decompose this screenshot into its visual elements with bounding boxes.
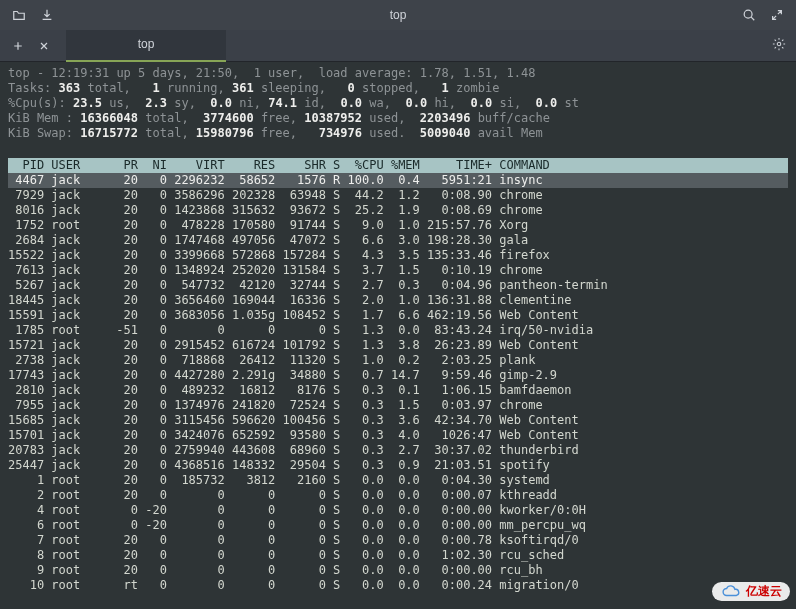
- process-row: 10 root rt 0 0 0 0 S 0.0 0.0 0:00.24 mig…: [8, 578, 788, 593]
- process-row: 6 root 0 -20 0 0 0 S 0.0 0.0 0:00.00 mm_…: [8, 518, 788, 533]
- process-row: 25447 jack 20 0 4368516 148332 29504 S 0…: [8, 458, 788, 473]
- tab-label: top: [138, 37, 155, 52]
- cpu-line: %Cpu(s): 23.5 us, 2.3 sy, 0.0 ni, 74.1 i…: [8, 96, 788, 111]
- close-tab-button[interactable]: [32, 34, 56, 58]
- process-row: 5267 jack 20 0 547732 42120 32744 S 2.7 …: [8, 278, 788, 293]
- summary-block: top - 12:19:31 up 5 days, 21:50, 1 user,…: [8, 66, 788, 141]
- new-tab-button[interactable]: [6, 34, 30, 58]
- process-row: 1785 root -51 0 0 0 0 S 1.3 0.0 83:43.24…: [8, 323, 788, 338]
- process-row: 4 root 0 -20 0 0 0 S 0.0 0.0 0:00.00 kwo…: [8, 503, 788, 518]
- column-header: PID USER PR NI VIRT RES SHR S %CPU %MEM …: [8, 158, 788, 173]
- process-row: 2684 jack 20 0 1747468 497056 47072 S 6.…: [8, 233, 788, 248]
- process-row: 2810 jack 20 0 489232 16812 8176 S 0.3 0…: [8, 383, 788, 398]
- process-row: 2738 jack 20 0 718868 26412 11320 S 1.0 …: [8, 353, 788, 368]
- process-row: 7929 jack 20 0 3586296 202328 63948 S 44…: [8, 188, 788, 203]
- process-row: 18445 jack 20 0 3656460 169044 16336 S 2…: [8, 293, 788, 308]
- search-icon[interactable]: [742, 8, 756, 22]
- download-icon[interactable]: [40, 8, 54, 22]
- svg-point-1: [777, 42, 781, 46]
- fullscreen-icon[interactable]: [770, 8, 784, 22]
- process-row: 7 root 20 0 0 0 0 S 0.0 0.0 0:00.78 ksof…: [8, 533, 788, 548]
- process-row: 7955 jack 20 0 1374976 241820 72524 S 0.…: [8, 398, 788, 413]
- process-row: 15685 jack 20 0 3115456 596620 100456 S …: [8, 413, 788, 428]
- tasks-line: Tasks: 363 total, 1 running, 361 sleepin…: [8, 81, 788, 96]
- swap-line: KiB Swap: 16715772 total, 15980796 free,…: [8, 126, 788, 141]
- process-list: 4467 jack 20 0 2296232 58652 1576 R 100.…: [8, 173, 788, 593]
- process-row: 7613 jack 20 0 1348924 252020 131584 S 3…: [8, 263, 788, 278]
- process-row: 15721 jack 20 0 2915452 616724 101792 S …: [8, 338, 788, 353]
- tab-top[interactable]: top: [66, 30, 226, 62]
- process-row: 9 root 20 0 0 0 0 S 0.0 0.0 0:00.00 rcu_…: [8, 563, 788, 578]
- process-row: 15701 jack 20 0 3424076 652592 93580 S 0…: [8, 428, 788, 443]
- process-row: 15591 jack 20 0 3683056 1.035g 108452 S …: [8, 308, 788, 323]
- watermark: 亿速云: [712, 582, 790, 601]
- terminal-output[interactable]: top - 12:19:31 up 5 days, 21:50, 1 user,…: [0, 62, 796, 601]
- process-row: 1752 root 20 0 478228 170580 91744 S 9.0…: [8, 218, 788, 233]
- window-title: top: [390, 8, 407, 23]
- process-row: 8 root 20 0 0 0 0 S 0.0 0.0 1:02.30 rcu_…: [8, 548, 788, 563]
- process-row: 4467 jack 20 0 2296232 58652 1576 R 100.…: [8, 173, 788, 188]
- process-row: 20783 jack 20 0 2759940 443608 68960 S 0…: [8, 443, 788, 458]
- process-row: 2 root 20 0 0 0 0 S 0.0 0.0 0:00.07 kthr…: [8, 488, 788, 503]
- process-row: 15522 jack 20 0 3399668 572868 157284 S …: [8, 248, 788, 263]
- window-titlebar: top: [0, 0, 796, 30]
- uptime-line: top - 12:19:31 up 5 days, 21:50, 1 user,…: [8, 66, 788, 81]
- settings-icon[interactable]: [772, 37, 786, 55]
- mem-line: KiB Mem : 16366048 total, 3774600 free, …: [8, 111, 788, 126]
- svg-point-0: [744, 10, 752, 18]
- tab-bar: top: [0, 30, 796, 62]
- process-row: 17743 jack 20 0 4427280 2.291g 34880 S 0…: [8, 368, 788, 383]
- process-row: 8016 jack 20 0 1423868 315632 93672 S 25…: [8, 203, 788, 218]
- process-row: 1 root 20 0 185732 3812 2160 S 0.0 0.0 0…: [8, 473, 788, 488]
- open-folder-icon[interactable]: [12, 8, 26, 22]
